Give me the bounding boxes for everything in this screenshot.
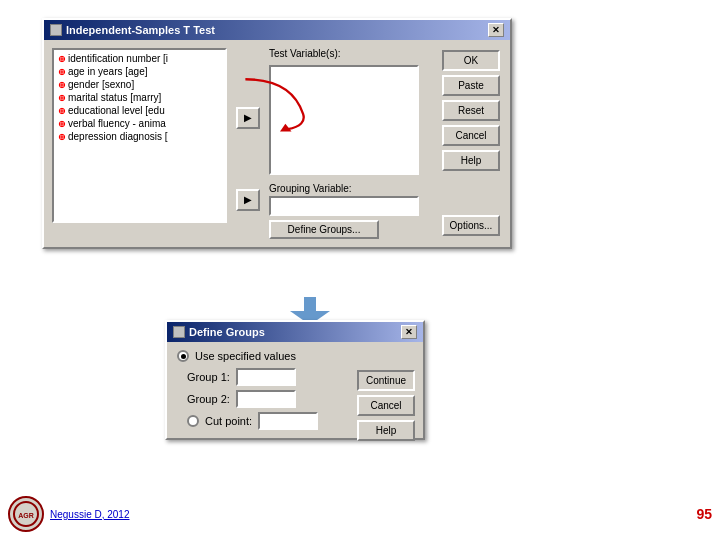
- cut-point-row: Cut point:: [187, 412, 343, 430]
- cut-point-label: Cut point:: [205, 415, 252, 427]
- footer-logo: AGR: [8, 496, 44, 532]
- group2-row: Group 2:: [187, 390, 343, 408]
- item-label: depression diagnosis [: [68, 131, 168, 142]
- item-icon: ⊕: [58, 54, 66, 64]
- cancel-button[interactable]: Cancel: [442, 125, 500, 146]
- list-item[interactable]: ⊕ verbal fluency - anima: [56, 117, 223, 130]
- define-help-button[interactable]: Help: [357, 420, 415, 441]
- item-label: educational level [edu: [68, 105, 165, 116]
- footer: AGR Negussie D, 2012 95: [0, 496, 720, 532]
- test-variable-label: Test Variable(s):: [269, 48, 436, 59]
- button-panel: OK Paste Reset Cancel Help Options...: [442, 48, 502, 239]
- list-item[interactable]: ⊕ educational level [edu: [56, 104, 223, 117]
- item-icon: ⊕: [58, 93, 66, 103]
- options-button[interactable]: Options...: [442, 215, 500, 236]
- define-button-panel: Continue Cancel Help: [357, 370, 415, 441]
- item-label: verbal fluency - anima: [68, 118, 166, 129]
- move-to-test-button[interactable]: ▶: [236, 107, 260, 129]
- ok-button[interactable]: OK: [442, 50, 500, 71]
- list-item[interactable]: ⊕ depression diagnosis [: [56, 130, 223, 143]
- reset-button[interactable]: Reset: [442, 100, 500, 121]
- page-number: 95: [696, 506, 712, 522]
- define-dialog-title: Define Groups: [189, 326, 265, 338]
- define-cancel-button[interactable]: Cancel: [357, 395, 415, 416]
- test-variable-box[interactable]: [269, 65, 419, 175]
- list-item[interactable]: ⊕ gender [sexno]: [56, 78, 223, 91]
- grouping-variable-label: Grouping Variable:: [269, 183, 436, 194]
- move-to-grouping-button[interactable]: ▶: [236, 189, 260, 211]
- title-bar: Independent-Samples T Test ✕: [44, 20, 510, 40]
- item-icon: ⊕: [58, 132, 66, 142]
- cut-point-radio[interactable]: [187, 415, 199, 427]
- svg-rect-1: [304, 297, 316, 311]
- item-label: marital status [marry]: [68, 92, 161, 103]
- right-arrow-small-icon: ▶: [244, 194, 252, 205]
- list-item[interactable]: ⊕ age in years [age]: [56, 65, 223, 78]
- group1-row: Group 1:: [187, 368, 343, 386]
- continue-button[interactable]: Continue: [357, 370, 415, 391]
- define-close-button[interactable]: ✕: [401, 325, 417, 339]
- define-title-bar: Define Groups ✕: [167, 322, 423, 342]
- grouping-variable-input[interactable]: [269, 196, 419, 216]
- right-arrow-icon: ▶: [244, 112, 252, 123]
- use-specified-label: Use specified values: [195, 350, 296, 362]
- group1-input[interactable]: [236, 368, 296, 386]
- help-button[interactable]: Help: [442, 150, 500, 171]
- item-icon: ⊕: [58, 106, 66, 116]
- item-icon: ⊕: [58, 67, 66, 77]
- group2-label: Group 2:: [187, 393, 230, 405]
- cut-point-input[interactable]: [258, 412, 318, 430]
- use-specified-radio[interactable]: [177, 350, 189, 362]
- list-item[interactable]: ⊕ identification number [i: [56, 52, 223, 65]
- item-label: gender [sexno]: [68, 79, 134, 90]
- item-label: identification number [i: [68, 53, 168, 64]
- group2-input[interactable]: [236, 390, 296, 408]
- right-section: Test Variable(s): Grouping Variable: Def…: [269, 48, 436, 239]
- define-groups-dialog: Define Groups ✕ Use specified values Gro…: [165, 320, 425, 440]
- main-dialog: Independent-Samples T Test ✕ ⊕ identific…: [42, 18, 512, 249]
- group1-label: Group 1:: [187, 371, 230, 383]
- define-groups-button[interactable]: Define Groups...: [269, 220, 379, 239]
- close-button[interactable]: ✕: [488, 23, 504, 37]
- define-window-icon: [173, 326, 185, 338]
- item-icon: ⊕: [58, 119, 66, 129]
- middle-arrows: ▶ ▶: [233, 48, 263, 239]
- use-specified-row: Use specified values: [177, 350, 343, 362]
- footer-link[interactable]: Negussie D, 2012: [50, 509, 130, 520]
- grouping-section: Grouping Variable: Define Groups...: [269, 183, 436, 239]
- item-label: age in years [age]: [68, 66, 148, 77]
- list-item[interactable]: ⊕ marital status [marry]: [56, 91, 223, 104]
- window-icon: [50, 24, 62, 36]
- item-icon: ⊕: [58, 80, 66, 90]
- dialog-content: ⊕ identification number [i ⊕ age in year…: [44, 40, 510, 247]
- define-content: Use specified values Group 1: Group 2: C…: [167, 342, 423, 438]
- paste-button[interactable]: Paste: [442, 75, 500, 96]
- variable-list: ⊕ identification number [i ⊕ age in year…: [52, 48, 227, 223]
- footer-left: AGR Negussie D, 2012: [8, 496, 130, 532]
- dialog-title: Independent-Samples T Test: [66, 24, 215, 36]
- svg-text:AGR: AGR: [18, 512, 34, 519]
